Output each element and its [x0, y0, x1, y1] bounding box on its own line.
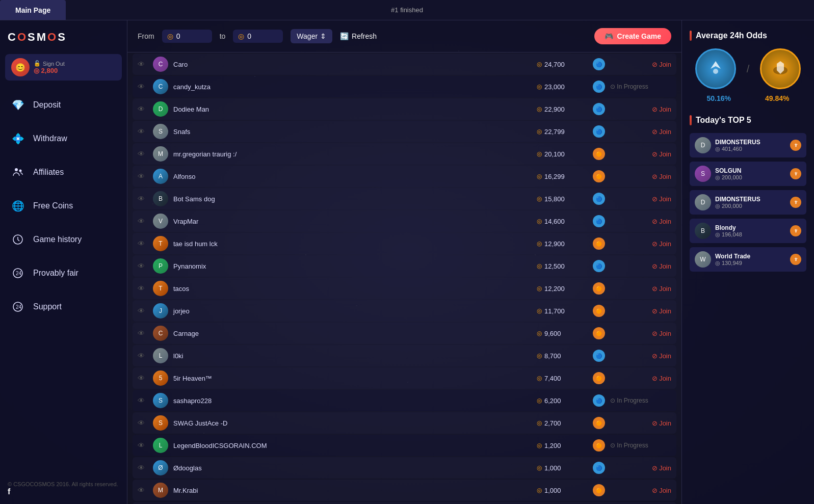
- player-amount: ◎ 20,100: [537, 150, 588, 158]
- eye-icon[interactable]: 👁: [138, 307, 148, 315]
- tab-main-page[interactable]: Main Page: [0, 0, 66, 20]
- top-bar: Main Page #1 finished: [0, 0, 814, 20]
- join-button[interactable]: ⊘ Join: [652, 307, 671, 315]
- amount-value: 12,200: [544, 285, 565, 293]
- eye-icon[interactable]: 👁: [138, 127, 148, 136]
- player-amount: ◎ 12,500: [537, 262, 588, 270]
- top5-avatar: D: [695, 194, 711, 210]
- amount-value: 15,800: [544, 195, 565, 203]
- sidebar-item-free-coins[interactable]: 🌐 Free Coins: [0, 189, 127, 223]
- player-name: Carnage: [173, 330, 532, 337]
- user-info[interactable]: 😊 🔓 Sign Out ◎ 2,800: [5, 54, 122, 81]
- eye-icon[interactable]: 👁: [138, 419, 148, 427]
- coin-icon: ◎: [537, 218, 542, 225]
- player-name: Ødooglas: [173, 464, 532, 472]
- orange-percentage: 49.84%: [765, 94, 789, 102]
- from-input-wrap: ◎: [162, 30, 212, 43]
- player-name: l0ki: [173, 352, 532, 360]
- top5-info: DIMONSTERUS ◎ 200,000: [715, 196, 786, 209]
- eye-icon[interactable]: 👁: [138, 374, 148, 382]
- action-area: ⊘ Join: [610, 173, 671, 180]
- sidebar-item-provably-fair[interactable]: 24 Provably fair: [0, 256, 127, 290]
- join-button[interactable]: ⊘ Join: [652, 419, 671, 427]
- games-table: 👁 C Caro ◎ 24,700 🔵 ⊘ Join 👁 C candy_kut…: [127, 52, 681, 504]
- coin-icon: ◎: [537, 150, 542, 157]
- refresh-button[interactable]: 🔄 Refresh: [340, 32, 377, 40]
- eye-icon[interactable]: 👁: [138, 195, 148, 203]
- table-row: 👁 C candy_kutza ◎ 23,000 🔵 ⊙ In Progress: [133, 76, 676, 97]
- eye-icon[interactable]: 👁: [138, 150, 148, 158]
- copyright-text: © CSGOCOSMOS 2016. All rights reserved.: [8, 481, 119, 487]
- sidebar-item-label: Withdraw: [33, 134, 67, 143]
- facebook-link[interactable]: f: [8, 487, 10, 496]
- player-name: Mr.Krabi: [173, 487, 532, 494]
- join-button[interactable]: ⊘ Join: [652, 195, 671, 203]
- top5-info: World Trade ◎ 130,949: [715, 253, 786, 267]
- join-button[interactable]: ⊘ Join: [652, 352, 671, 360]
- eye-icon[interactable]: 👁: [138, 83, 148, 91]
- team-icon: 🟠: [593, 282, 605, 295]
- to-label: to: [220, 32, 226, 40]
- top5-item: D DIMONSTERUS ◎ 401,460 🗡: [690, 133, 806, 157]
- table-row: 👁 V VrapMar ◎ 14,600 🔵 ⊘ Join: [133, 210, 676, 232]
- table-row: 👁 L l0ki ◎ 8,700 🔵 ⊘ Join: [133, 345, 676, 366]
- create-game-button[interactable]: 🎮 Create Game: [594, 28, 671, 44]
- top5-info: SOLGUN ◎ 200,000: [715, 167, 786, 181]
- sidebar-item-label: Provably fair: [33, 269, 78, 278]
- sidebar-item-support[interactable]: 24 Support: [0, 290, 127, 324]
- top5-amount: ◎ 130,949: [715, 260, 786, 267]
- game-status: #1 finished: [391, 6, 423, 14]
- eye-icon[interactable]: 👁: [138, 396, 148, 405]
- sidebar-item-game-history[interactable]: Game history: [0, 223, 127, 256]
- eye-icon[interactable]: 👁: [138, 464, 148, 472]
- eye-icon[interactable]: 👁: [138, 217, 148, 225]
- join-button[interactable]: ⊘ Join: [652, 375, 671, 382]
- eye-icon[interactable]: 👁: [138, 284, 148, 293]
- amount-value: 1,000: [544, 487, 561, 494]
- join-button[interactable]: ⊘ Join: [652, 105, 671, 113]
- join-button[interactable]: ⊘ Join: [652, 150, 671, 158]
- eye-icon[interactable]: 👁: [138, 262, 148, 270]
- join-button[interactable]: ⊘ Join: [652, 330, 671, 337]
- eye-icon[interactable]: 👁: [138, 486, 148, 494]
- sidebar-item-affiliates[interactable]: Affiliates: [0, 155, 127, 189]
- table-row: 👁 T tae isd hum lck ◎ 12,900 🟠 ⊘ Join: [133, 233, 676, 254]
- sign-out-button[interactable]: 🔓 Sign Out: [34, 60, 116, 67]
- team-icon: 🟠: [593, 237, 605, 250]
- to-input[interactable]: [247, 32, 278, 40]
- team-icon: 🔵: [593, 215, 605, 227]
- join-button[interactable]: ⊘ Join: [652, 464, 671, 472]
- eye-icon[interactable]: 👁: [138, 240, 148, 248]
- sidebar-item-label: Game history: [33, 235, 82, 244]
- player-name: jorjeo: [173, 307, 532, 315]
- join-button[interactable]: ⊘ Join: [652, 285, 671, 293]
- eye-icon[interactable]: 👁: [138, 60, 148, 68]
- top5-avatar: W: [695, 251, 711, 268]
- top5-amount: ◎ 200,000: [715, 203, 786, 209]
- eye-icon[interactable]: 👁: [138, 329, 148, 337]
- from-input[interactable]: [176, 32, 207, 40]
- top5-team-icon: 🗡: [790, 197, 801, 208]
- wager-button[interactable]: Wager ⇕: [291, 29, 332, 43]
- logo-area: COSMOS: [0, 20, 127, 54]
- eye-icon[interactable]: 👁: [138, 441, 148, 449]
- player-amount: ◎ 15,800: [537, 195, 588, 203]
- join-button[interactable]: ⊘ Join: [652, 128, 671, 136]
- join-button[interactable]: ⊘ Join: [652, 262, 671, 270]
- join-button[interactable]: ⊘ Join: [652, 173, 671, 180]
- top5-team-icon: 🗡: [790, 140, 801, 151]
- amount-value: 12,500: [544, 262, 565, 270]
- eye-icon[interactable]: 👁: [138, 172, 148, 180]
- top5-item: S SOLGUN ◎ 200,000 🗡: [690, 162, 806, 186]
- eye-icon[interactable]: 👁: [138, 105, 148, 113]
- table-row: 👁 S sashapro228 ◎ 6,200 🔵 ⊙ In Progress: [133, 390, 676, 411]
- join-button[interactable]: ⊘ Join: [652, 218, 671, 225]
- eye-icon[interactable]: 👁: [138, 352, 148, 360]
- join-button[interactable]: ⊘ Join: [652, 240, 671, 248]
- join-button[interactable]: ⊘ Join: [652, 61, 671, 68]
- team-icon: 🟠: [593, 170, 605, 182]
- sidebar-item-withdraw[interactable]: 💠 Withdraw: [0, 122, 127, 155]
- top5-team-icon: 🗡: [790, 225, 801, 236]
- sidebar-item-deposit[interactable]: 💎 Deposit: [0, 88, 127, 122]
- join-button[interactable]: ⊘ Join: [652, 487, 671, 494]
